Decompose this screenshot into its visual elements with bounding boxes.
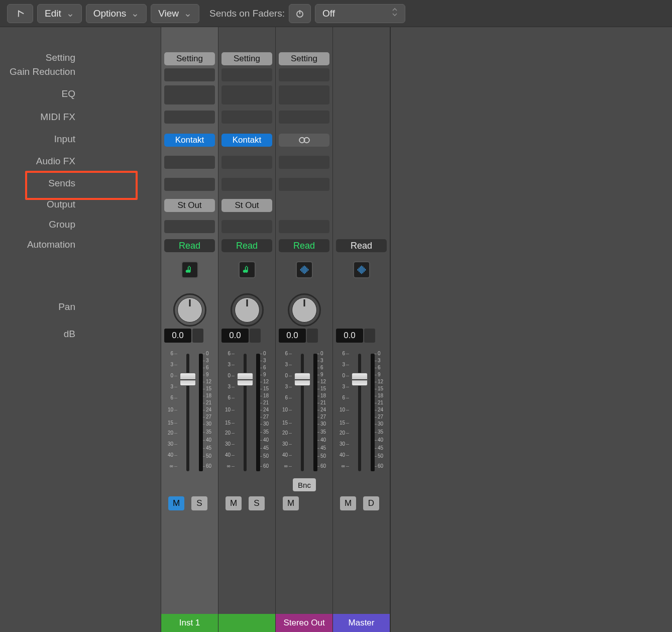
input-button[interactable]: Kontakt	[221, 134, 272, 147]
audiofx-slot[interactable]	[221, 156, 272, 169]
row-db-label: dB	[64, 329, 75, 340]
level-meter	[371, 354, 375, 471]
db-meter	[364, 329, 375, 343]
view-menu[interactable]: View ⌄	[151, 4, 199, 23]
midifx-slot[interactable]	[164, 111, 215, 124]
mute-button[interactable]: M	[226, 496, 242, 510]
pan-knob[interactable]	[177, 297, 202, 323]
sends-select-value: Off	[322, 8, 335, 19]
group-slot[interactable]	[221, 220, 272, 233]
input-button[interactable]: Kontakt	[164, 134, 215, 147]
gain-reduction-slot[interactable]	[221, 68, 272, 81]
dim-button[interactable]: D	[363, 496, 379, 510]
stereo-icon	[297, 137, 311, 144]
sends-power-button[interactable]	[289, 4, 311, 23]
sends-slot[interactable]	[164, 178, 215, 191]
setting-button[interactable]: Setting	[221, 52, 272, 65]
fader-cap[interactable]	[237, 373, 253, 386]
fader-track[interactable]	[358, 354, 361, 471]
edit-menu[interactable]: Edit ⌄	[37, 4, 82, 23]
fader-cap[interactable]	[294, 373, 310, 386]
channel-strip: SettingRead0.0630361015203040∞0369121518…	[275, 27, 332, 632]
mute-button[interactable]: M	[168, 496, 184, 510]
track-type-icon[interactable]	[353, 261, 370, 278]
pan-knob[interactable]	[235, 297, 260, 323]
row-gain-label: Gain Reduction	[10, 66, 75, 77]
power-icon	[295, 9, 304, 18]
track-type-icon[interactable]	[296, 261, 313, 278]
fader: 630361015203040∞036912151821242730354045…	[221, 354, 272, 471]
eq-slot[interactable]	[279, 85, 329, 104]
audiofx-slot[interactable]	[164, 156, 215, 169]
row-eq-label: EQ	[62, 88, 75, 99]
highlight-box	[25, 171, 138, 200]
audiofx-slot[interactable]	[279, 156, 329, 169]
row-automation-label: Automation	[27, 239, 75, 250]
view-menu-label: View	[158, 8, 179, 19]
arrow-up-left-icon	[15, 9, 25, 19]
output-button[interactable]: St Out	[221, 199, 272, 212]
sends-slot[interactable]	[279, 178, 329, 191]
options-menu[interactable]: Options ⌄	[86, 4, 147, 23]
channel-name[interactable]: Master	[333, 614, 390, 632]
row-label-column: Setting Gain Reduction EQ MIDI FX Input …	[0, 27, 80, 632]
db-meter	[250, 329, 261, 343]
fader-track[interactable]	[244, 354, 247, 471]
track-type-icon[interactable]	[181, 261, 198, 278]
group-slot[interactable]	[279, 220, 329, 233]
channel-name[interactable]: Inst 1	[161, 614, 218, 632]
row-audiofx-label: Audio FX	[36, 156, 75, 167]
setting-button[interactable]: Setting	[164, 52, 215, 65]
options-menu-label: Options	[93, 8, 126, 19]
chevron-down-icon: ⌄	[131, 8, 139, 19]
eq-slot[interactable]	[221, 85, 272, 104]
track-type-icon[interactable]	[239, 261, 256, 278]
row-pan-label: Pan	[58, 301, 75, 312]
level-meter	[313, 354, 317, 471]
bounce-button[interactable]: Bnc	[293, 478, 316, 491]
db-readout[interactable]: 0.0	[221, 329, 249, 343]
gain-reduction-slot[interactable]	[164, 68, 215, 81]
level-meter	[256, 354, 260, 471]
group-slot[interactable]	[164, 220, 215, 233]
edit-menu-label: Edit	[45, 8, 61, 19]
gain-reduction-slot[interactable]	[279, 68, 329, 81]
automation-button[interactable]: Read	[336, 239, 387, 252]
fader-cap[interactable]	[352, 373, 368, 386]
db-readout[interactable]: 0.0	[336, 329, 363, 343]
row-input-label: Input	[54, 134, 75, 145]
collapse-button[interactable]	[7, 4, 33, 23]
channel-name[interactable]: Stereo Out	[276, 614, 332, 632]
midifx-slot[interactable]	[221, 111, 272, 124]
automation-button[interactable]: Read	[164, 239, 215, 252]
row-output-label: Output	[47, 199, 75, 210]
chevron-down-icon: ⌄	[184, 8, 192, 19]
channel-strip: Read0.0630361015203040∞03691215182124273…	[332, 27, 390, 632]
midifx-slot[interactable]	[279, 111, 329, 124]
fader: 630361015203040∞036912151821242730354045…	[164, 354, 215, 471]
solo-button[interactable]: S	[191, 496, 207, 510]
updown-icon	[392, 7, 398, 20]
db-meter	[307, 329, 318, 343]
setting-button[interactable]: Setting	[279, 52, 329, 65]
sends-select[interactable]: Off	[315, 4, 405, 23]
fader-cap[interactable]	[180, 373, 196, 386]
eq-slot[interactable]	[164, 85, 215, 104]
sends-slot[interactable]	[221, 178, 272, 191]
automation-button[interactable]: Read	[221, 239, 272, 252]
automation-button[interactable]: Read	[279, 239, 329, 252]
db-readout[interactable]: 0.0	[279, 329, 306, 343]
level-meter	[199, 354, 203, 471]
db-readout[interactable]: 0.0	[164, 329, 191, 343]
mute-button[interactable]: M	[340, 496, 356, 510]
pan-knob[interactable]	[292, 297, 317, 323]
solo-button[interactable]: S	[249, 496, 265, 510]
channel-name[interactable]	[218, 614, 275, 632]
output-button[interactable]: St Out	[164, 199, 215, 212]
input-button[interactable]	[279, 134, 329, 147]
fader-track[interactable]	[301, 354, 304, 471]
mute-button[interactable]: M	[283, 496, 299, 510]
row-setting-label: Setting	[46, 52, 75, 63]
fader-track[interactable]	[186, 354, 189, 471]
sends-on-faders-label: Sends on Faders:	[209, 8, 285, 19]
